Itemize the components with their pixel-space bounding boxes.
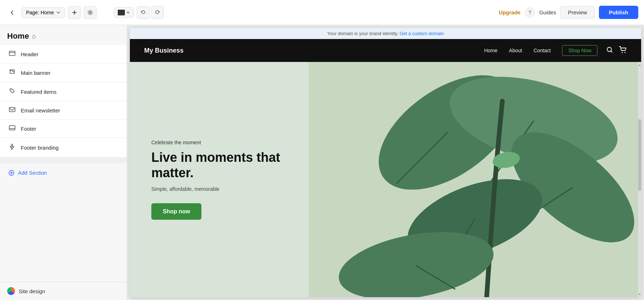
nav-home[interactable]: Home	[484, 48, 497, 53]
sidebar-item-footer-branding-label: Footer branding	[21, 145, 59, 151]
domain-banner-link[interactable]: Get a custom domain	[400, 31, 444, 36]
hero-content: Celebrate the moment Live in moments tha…	[151, 139, 287, 219]
scroll-up-arrow[interactable]: ▲	[638, 62, 641, 68]
page-selector-label: Page: Home	[26, 10, 54, 15]
sidebar-item-footer-label: Footer	[21, 126, 36, 132]
email-icon	[9, 107, 16, 113]
lightning-icon	[9, 144, 16, 151]
guides-button[interactable]: Guides	[539, 9, 556, 15]
sidebar-item-header-label: Header	[21, 51, 38, 57]
preview-frame: Your domain is your brand identity. Get …	[130, 28, 641, 297]
sidebar-item-main-banner[interactable]: Main banner	[0, 63, 127, 82]
hero-title: Live in moments that matter.	[151, 149, 287, 180]
sidebar-item-footer-branding[interactable]: Footer branding	[0, 138, 127, 158]
device-selector[interactable]	[114, 7, 134, 18]
device-icon	[118, 10, 125, 15]
sidebar: Home ⌂ Header	[0, 25, 127, 300]
search-icon	[606, 46, 613, 53]
cart-icon	[619, 46, 627, 53]
upgrade-button[interactable]: Upgrade	[499, 9, 521, 15]
hero-description: Simple, affordable, memorable	[151, 186, 287, 192]
page-selector[interactable]: Page: Home	[21, 7, 65, 18]
svg-point-10	[625, 52, 626, 53]
sidebar-item-main-banner-label: Main banner	[21, 70, 50, 76]
plant-illustration	[309, 62, 641, 297]
add-button[interactable]	[68, 6, 81, 19]
svg-point-9	[622, 52, 623, 53]
site-header-actions	[606, 46, 627, 55]
sidebar-footer[interactable]: Site design	[0, 282, 127, 300]
svg-rect-5	[9, 126, 15, 130]
svg-point-3	[11, 90, 12, 91]
sidebar-title: Home	[7, 32, 29, 41]
site-logo: My Business	[144, 47, 184, 54]
redo-button[interactable]	[151, 6, 164, 19]
nav-shop-now-button[interactable]: Shop Now	[562, 45, 597, 56]
undo-redo-group	[137, 6, 164, 19]
nav-contact[interactable]: Contact	[533, 48, 551, 53]
tag-icon	[9, 88, 16, 95]
toolbar: Page: Home	[0, 0, 644, 25]
chevron-down-icon	[56, 10, 60, 15]
home-icon[interactable]: ⌂	[32, 33, 36, 40]
sidebar-item-email-newsletter-label: Email newsletter	[21, 107, 60, 113]
redo-icon	[155, 10, 160, 15]
sidebar-item-featured-items[interactable]: Featured items	[0, 82, 127, 101]
device-chevron-icon	[126, 11, 130, 14]
svg-point-0	[89, 11, 91, 13]
sidebar-item-featured-items-label: Featured items	[21, 89, 57, 95]
hero-subtitle: Celebrate the moment	[151, 139, 287, 145]
publish-button[interactable]: Publish	[599, 6, 638, 19]
site-nav: Home About Contact Shop Now	[484, 45, 597, 56]
gear-icon	[87, 10, 93, 15]
plant-background	[309, 62, 641, 297]
site-design-label: Site design	[19, 288, 45, 294]
back-button[interactable]	[6, 6, 19, 19]
site-design-icon	[7, 287, 15, 295]
undo-button[interactable]	[137, 6, 150, 19]
sidebar-title-area: Home ⌂	[0, 25, 127, 45]
scrollbar-thumb[interactable]	[638, 119, 641, 191]
preview-scrollbar[interactable]: ▲ ▼	[638, 62, 641, 297]
add-section-label: Add Section	[18, 170, 47, 176]
toolbar-left: Page: Home	[6, 6, 496, 19]
svg-rect-1	[9, 51, 15, 55]
banner-icon	[9, 69, 16, 76]
add-section-icon	[9, 170, 14, 176]
domain-banner: Your domain is your brand identity. Get …	[130, 28, 641, 39]
toolbar-right: Upgrade ? Guides Preview Publish	[499, 6, 638, 19]
sidebar-item-email-newsletter[interactable]: Email newsletter	[0, 101, 127, 120]
search-button[interactable]	[606, 46, 613, 55]
site-header: My Business Home About Contact Shop Now	[130, 39, 641, 62]
hero-section: Celebrate the moment Live in moments tha…	[130, 62, 641, 297]
scroll-down-arrow[interactable]: ▼	[638, 291, 641, 297]
help-button[interactable]: ?	[525, 8, 535, 18]
svg-rect-4	[9, 107, 15, 112]
add-section-item[interactable]: Add Section	[0, 163, 127, 182]
settings-button[interactable]	[84, 6, 97, 19]
preview-button[interactable]: Preview	[560, 6, 594, 19]
plus-icon	[72, 10, 77, 15]
footer-icon	[9, 125, 16, 132]
cart-button[interactable]	[619, 46, 627, 55]
sidebar-item-footer[interactable]: Footer	[0, 120, 127, 138]
undo-icon	[140, 10, 146, 15]
sidebar-item-header[interactable]: Header	[0, 45, 127, 63]
shop-now-button[interactable]: Shop now	[151, 203, 201, 220]
sidebar-divider	[0, 158, 127, 163]
main-area: Home ⌂ Header	[0, 25, 644, 300]
layout-icon	[9, 51, 16, 57]
preview-area: Your domain is your brand identity. Get …	[127, 25, 644, 300]
sidebar-sections: Header Main banner	[0, 45, 127, 282]
nav-about[interactable]: About	[509, 48, 522, 53]
domain-banner-text: Your domain is your brand identity.	[327, 31, 399, 36]
